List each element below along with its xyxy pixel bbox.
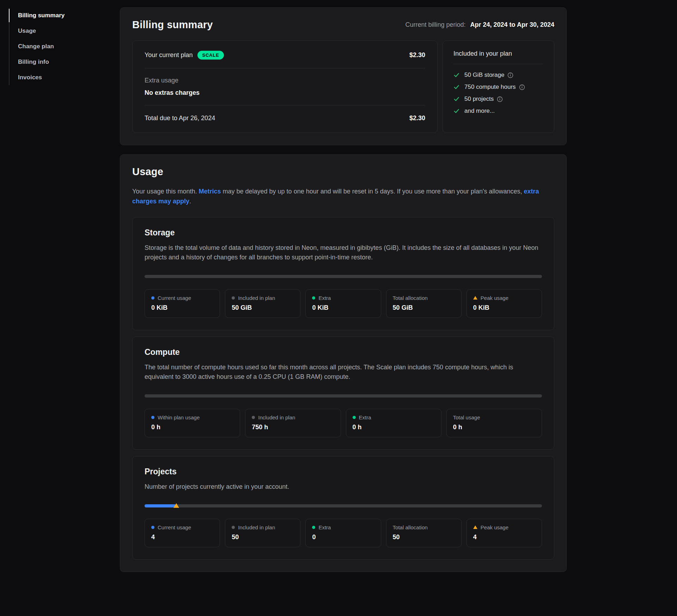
check-icon (453, 96, 460, 102)
stat-current-usage: Current usage 0 KiB (145, 289, 220, 318)
orange-triangle-icon (473, 296, 477, 300)
sidebar-list: Billing summary Usage Change plan Billin… (9, 8, 108, 85)
stat-value: 0 KiB (473, 304, 535, 312)
projects-section: Projects Number of projects currently ac… (132, 456, 554, 560)
stat-value: 0 h (453, 424, 535, 431)
sidebar-item-change-plan[interactable]: Change plan (10, 39, 108, 54)
stat-value: 0 KiB (151, 304, 213, 312)
sidebar-item-billing-info[interactable]: Billing info (10, 54, 108, 70)
projects-section-description: Number of projects currently active in y… (145, 482, 542, 492)
blue-dot-icon (151, 416, 154, 419)
storage-section: Storage Storage is the total volume of d… (132, 217, 554, 330)
stat-included-in-plan: Included in plan 750 h (245, 409, 341, 437)
usage-card: Usage Your usage this month. Metrics may… (120, 154, 567, 572)
stat-value: 0 KiB (312, 304, 374, 312)
stat-label: Included in plan (238, 295, 275, 301)
included-item-label: 50 projects (464, 96, 494, 103)
gray-dot-icon (252, 416, 255, 419)
stat-included-in-plan: Included in plan 50 (225, 519, 300, 547)
stat-label: Total allocation (393, 295, 428, 301)
total-due-label: Total due to Apr 26, 2024 (145, 115, 215, 122)
usage-intro: Your usage this month. Metrics may be de… (132, 187, 541, 207)
usage-intro-text: Your usage this month. (132, 188, 199, 195)
info-icon[interactable] (497, 96, 503, 102)
stat-current-usage: Current usage 4 (145, 519, 220, 547)
stat-total-allocation: Total allocation 50 GiB (386, 289, 462, 318)
stat-label: Extra (318, 524, 331, 530)
stat-peak-usage: Peak usage 4 (466, 519, 542, 547)
compute-stats-row: Within plan usage 0 h Included in plan 7… (145, 409, 542, 437)
billing-period-value: Apr 24, 2024 to Apr 30, 2024 (470, 21, 554, 28)
current-plan-card: Your current plan SCALE $2.30 Extra usag… (132, 41, 438, 133)
peak-usage-marker-icon (173, 503, 179, 508)
stat-total-usage: Total usage 0 h (446, 409, 542, 437)
main-content: Billing summary Current billing period: … (120, 7, 567, 572)
included-item-label: 750 compute hours (464, 84, 516, 91)
billing-summary-body: Your current plan SCALE $2.30 Extra usag… (132, 41, 554, 133)
metrics-link[interactable]: Metrics (199, 188, 221, 195)
included-list: 50 GiB storage 750 compute hours (453, 69, 543, 117)
billing-sidebar: Billing summary Usage Change plan Billin… (9, 8, 108, 85)
stat-label: Current usage (158, 524, 191, 530)
gray-dot-icon (232, 526, 235, 529)
projects-stats-row: Current usage 4 Included in plan 50 Extr… (145, 519, 542, 547)
info-icon[interactable] (507, 72, 513, 78)
stat-value: 50 GiB (393, 304, 455, 312)
stat-included-in-plan: Included in plan 50 GiB (225, 289, 300, 318)
extra-usage-block: Extra usage No extras charges (145, 68, 425, 105)
compute-progress-bar (145, 394, 542, 398)
green-dot-icon (312, 296, 315, 300)
included-in-plan-title: Included in your plan (453, 50, 543, 64)
gray-dot-icon (232, 296, 235, 300)
stat-label: Total usage (453, 414, 480, 420)
billing-summary-title: Billing summary (132, 19, 213, 31)
stat-value: 50 (232, 534, 294, 541)
billing-summary-header: Billing summary Current billing period: … (132, 19, 554, 31)
info-icon[interactable] (519, 84, 525, 90)
included-in-plan-card: Included in your plan 50 GiB storage (443, 41, 554, 133)
compute-section: Compute The total number of compute hour… (132, 337, 554, 450)
billing-period-label: Current billing period: (405, 21, 465, 28)
total-due-amount: $2.30 (409, 115, 425, 122)
stat-value: 0 (312, 534, 374, 541)
stat-label: Current usage (158, 295, 191, 301)
blue-dot-icon (151, 526, 154, 529)
included-item-projects: 50 projects (453, 93, 543, 105)
stat-label: Extra (318, 295, 331, 301)
plan-amount: $2.30 (409, 51, 425, 59)
compute-section-description: The total number of compute hours used s… (145, 363, 542, 382)
storage-section-description: Storage is the total volume of data and … (145, 243, 542, 262)
storage-stats-row: Current usage 0 KiB Included in plan 50 … (145, 289, 542, 318)
stat-peak-usage: Peak usage 0 KiB (466, 289, 542, 318)
check-icon (453, 72, 460, 78)
total-due-row: Total due to Apr 26, 2024 $2.30 (145, 105, 425, 133)
stat-total-allocation: Total allocation 50 (386, 519, 462, 547)
projects-progress-fill (145, 504, 176, 507)
sidebar-item-usage[interactable]: Usage (10, 23, 108, 39)
usage-intro-text: may be delayed by up to one hour and wil… (221, 188, 524, 195)
sidebar-item-billing-summary[interactable]: Billing summary (10, 8, 108, 23)
plan-badge: SCALE (197, 51, 224, 60)
orange-triangle-icon (473, 525, 477, 529)
blue-dot-icon (151, 296, 154, 300)
compute-section-title: Compute (145, 347, 542, 357)
stat-value: 4 (473, 534, 535, 541)
sidebar-item-invoices[interactable]: Invoices (10, 70, 108, 85)
stat-label: Peak usage (481, 295, 508, 301)
green-dot-icon (312, 526, 315, 529)
green-dot-icon (353, 416, 356, 419)
stat-label: Extra (359, 414, 371, 420)
current-plan-left: Your current plan SCALE (145, 51, 224, 60)
stat-within-plan-usage: Within plan usage 0 h (145, 409, 240, 437)
stat-extra: Extra 0 h (346, 409, 441, 437)
stat-value: 0 h (353, 424, 435, 431)
projects-section-title: Projects (145, 467, 542, 476)
stat-value: 50 GiB (232, 304, 294, 312)
extra-usage-value: No extras charges (145, 89, 425, 97)
stat-label: Peak usage (481, 524, 508, 530)
included-item-compute-hours: 750 compute hours (453, 81, 543, 93)
usage-title: Usage (132, 166, 554, 178)
stat-label: Total allocation (393, 524, 428, 530)
included-item-label: 50 GiB storage (464, 72, 504, 79)
stat-label: Included in plan (238, 524, 275, 530)
